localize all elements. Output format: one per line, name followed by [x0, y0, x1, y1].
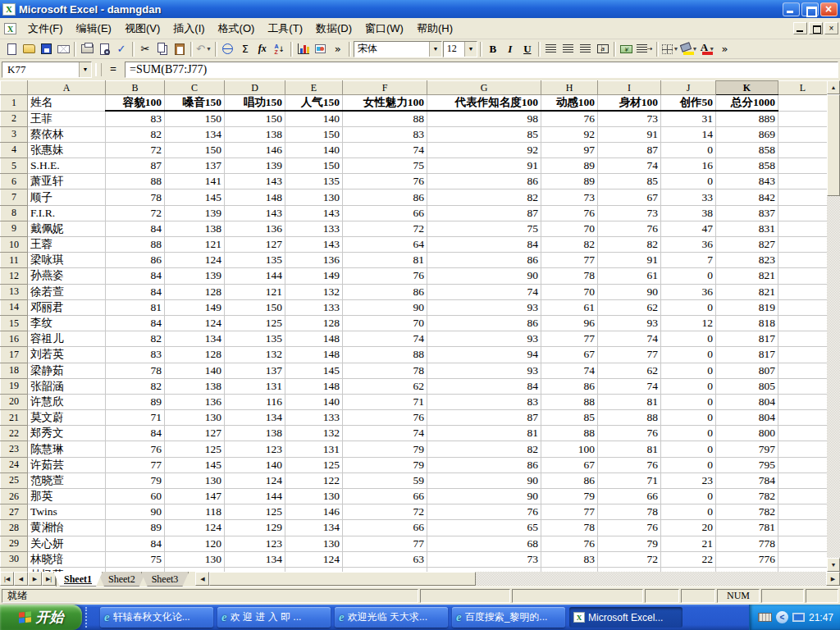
font-name-select[interactable]: 宋体 ▼ [354, 41, 442, 57]
cell[interactable]: 136 [285, 253, 343, 268]
cell[interactable]: 127 [165, 426, 225, 441]
cell[interactable]: 77 [343, 536, 427, 551]
sort-ascending-icon[interactable]: AZ↓ [272, 41, 288, 57]
vertical-scroll-track[interactable] [827, 196, 840, 558]
cell[interactable]: 130 [285, 489, 343, 504]
cell[interactable]: 120 [165, 536, 225, 551]
menu-item[interactable]: 文件(F) [21, 20, 70, 38]
cell[interactable]: 78 [598, 504, 661, 520]
taskbar-task[interactable]: e欢迎光临 天大求... [335, 607, 448, 628]
cell[interactable]: 王蓉 [28, 237, 106, 253]
cell[interactable]: 135 [225, 331, 285, 347]
cell[interactable]: 黄湘怡 [28, 520, 106, 536]
cell[interactable]: 68 [427, 536, 541, 551]
cell[interactable]: 148 [285, 347, 343, 363]
cell[interactable]: 140 [285, 142, 343, 158]
cell[interactable]: 77 [541, 331, 598, 347]
header-cell[interactable]: 身材100 [598, 95, 661, 112]
cell[interactable]: 77 [598, 347, 661, 363]
cell[interactable]: 刘若英 [28, 347, 106, 363]
cut-icon[interactable]: ✂ [137, 41, 153, 57]
cell[interactable]: 831 [716, 221, 778, 236]
sheet-tab-sheet2[interactable]: Sheet2 [98, 572, 146, 587]
row-header[interactable]: 23 [1, 441, 28, 457]
cell[interactable]: 827 [716, 237, 778, 253]
cell[interactable]: 81 [343, 253, 427, 268]
cell[interactable]: 0 [661, 504, 716, 520]
cell[interactable]: 150 [225, 111, 285, 126]
cell[interactable] [778, 347, 828, 363]
workbook-minimize-button[interactable] [793, 22, 807, 34]
cell[interactable]: 145 [165, 189, 225, 205]
cell[interactable]: 795 [716, 457, 778, 472]
cell[interactable]: 121 [225, 284, 285, 299]
column-header-E[interactable]: E [285, 81, 343, 95]
row-header[interactable]: 9 [1, 221, 28, 236]
vertical-scroll-thumb[interactable] [827, 94, 840, 196]
cell[interactable] [778, 410, 828, 426]
row-header[interactable]: 1 [1, 95, 28, 112]
cell[interactable]: 李纹 [28, 315, 106, 331]
cell[interactable]: 88 [541, 426, 598, 441]
fill-color-icon[interactable]: ▼ [680, 41, 698, 57]
cell[interactable]: 79 [343, 457, 427, 472]
cell[interactable]: 137 [225, 363, 285, 378]
cell[interactable]: 146 [225, 142, 285, 158]
cell[interactable]: 77 [106, 457, 165, 472]
name-box[interactable]: K77 ▼ [2, 62, 92, 78]
cell[interactable] [778, 457, 828, 472]
drawing-icon[interactable] [313, 41, 329, 57]
column-header-C[interactable]: C [165, 81, 225, 95]
cell[interactable]: 79 [106, 472, 165, 488]
cell[interactable]: 125 [225, 315, 285, 331]
cell[interactable]: 59 [343, 472, 427, 488]
cell[interactable]: 130 [165, 472, 225, 488]
cell[interactable]: 86 [343, 284, 427, 299]
cell[interactable]: 76 [598, 520, 661, 536]
cell[interactable] [778, 158, 828, 174]
cell[interactable]: 132 [285, 284, 343, 299]
cell[interactable]: 86 [343, 189, 427, 205]
cell[interactable]: 143 [285, 237, 343, 253]
cell[interactable]: 132 [225, 347, 285, 363]
cell[interactable]: 74 [427, 284, 541, 299]
cell[interactable]: 144 [225, 268, 285, 284]
row-header[interactable]: 12 [1, 268, 28, 284]
cell[interactable]: 807 [716, 363, 778, 378]
cell[interactable]: 146 [285, 504, 343, 520]
scroll-right-icon[interactable]: ▶ [826, 572, 840, 586]
cell[interactable]: 76 [427, 504, 541, 520]
row-header[interactable]: 4 [1, 142, 28, 158]
cell[interactable]: 84 [427, 237, 541, 253]
cell[interactable]: 77 [541, 504, 598, 520]
cell[interactable]: 136 [225, 221, 285, 236]
cell[interactable]: 21 [661, 536, 716, 551]
cell[interactable]: 139 [225, 158, 285, 174]
bold-icon[interactable]: B [485, 41, 501, 57]
menu-item[interactable]: 数据(D) [309, 20, 358, 38]
cell[interactable]: 91 [598, 253, 661, 268]
row-header[interactable]: 5 [1, 158, 28, 174]
cell[interactable]: 76 [343, 268, 427, 284]
cell[interactable]: 776 [716, 551, 778, 567]
cell[interactable]: 88 [541, 394, 598, 409]
cell[interactable]: 143 [225, 174, 285, 189]
cell[interactable]: 0 [661, 394, 716, 409]
cell[interactable]: 79 [343, 441, 427, 457]
cell[interactable]: 莫文蔚 [28, 410, 106, 426]
align-right-icon[interactable] [578, 41, 594, 57]
cell[interactable] [778, 253, 828, 268]
cell[interactable]: 81 [427, 426, 541, 441]
cell[interactable]: 149 [165, 299, 225, 315]
cell[interactable]: 关心妍 [28, 536, 106, 551]
cell[interactable]: 60 [106, 489, 165, 504]
header-cell[interactable]: 女性魅力100 [343, 95, 427, 112]
row-header[interactable]: 2 [1, 111, 28, 126]
cell[interactable]: 804 [716, 410, 778, 426]
cell[interactable]: 129 [225, 520, 285, 536]
cell[interactable]: 萧亚轩 [28, 174, 106, 189]
cell[interactable] [778, 363, 828, 378]
cell[interactable]: 23 [661, 472, 716, 488]
hide-icons-chevron-icon[interactable]: < [776, 611, 788, 623]
row-header[interactable]: 22 [1, 426, 28, 441]
